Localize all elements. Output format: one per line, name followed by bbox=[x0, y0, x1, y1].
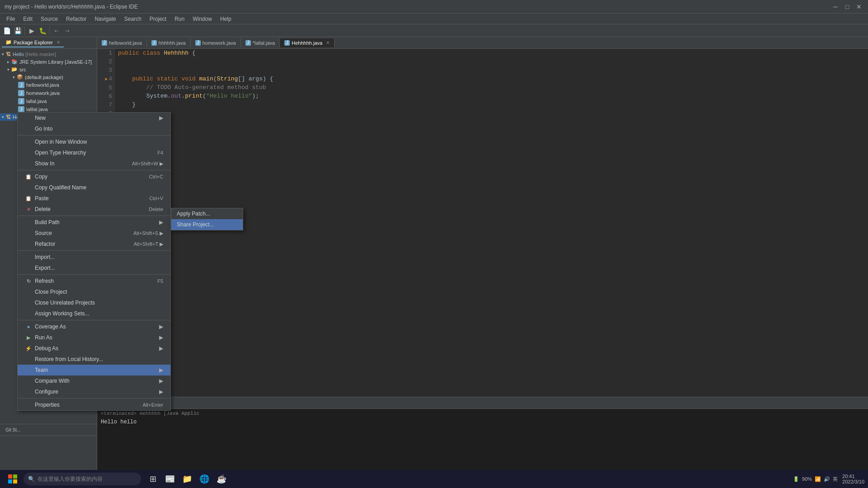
ctx-show-in[interactable]: Show In Alt+Shift+W ▶ bbox=[18, 158, 170, 169]
package-explorer-close[interactable]: ✕ bbox=[57, 40, 60, 45]
tree-item-helloworld[interactable]: J helloworld.java bbox=[0, 81, 97, 89]
ctx-assign-working[interactable]: Assign Working Sets... bbox=[18, 308, 170, 319]
close-button[interactable]: ✕ bbox=[854, 2, 863, 11]
tab-hehhhhh[interactable]: J Hehhhhh.java ✕ bbox=[280, 38, 335, 47]
library-icon: 📚 bbox=[11, 59, 18, 65]
ctx-properties-shortcut: Alt+Enter bbox=[142, 402, 163, 408]
tree-item-lallal[interactable]: J lallal.java bbox=[0, 97, 97, 105]
widgets-icon[interactable]: 📰 bbox=[162, 471, 178, 487]
code-line-8 bbox=[118, 109, 864, 117]
taskbar-icons: ⊞ 📰 📁 🌐 ☕ bbox=[145, 471, 230, 487]
menu-window[interactable]: Window bbox=[189, 15, 216, 23]
tb-new[interactable]: 📄 bbox=[2, 26, 12, 36]
ctx-open-new-window-label: Open in New Window bbox=[35, 139, 87, 145]
java-file-icon: J bbox=[18, 82, 24, 88]
network-icon: 📶 bbox=[815, 476, 821, 482]
export-icon bbox=[25, 264, 32, 272]
menu-refactor[interactable]: Refactor bbox=[62, 15, 90, 23]
ctx-close-unrelated-label: Close Unrelated Projects bbox=[35, 300, 95, 306]
ctx-go-into[interactable]: Go Into bbox=[18, 123, 170, 134]
menu-source[interactable]: Source bbox=[37, 15, 61, 23]
tb-debug[interactable]: 🐛 bbox=[38, 26, 47, 36]
team-share-project[interactable]: Share Project... bbox=[171, 219, 243, 230]
ctx-compare-with[interactable]: Compare With ▶ bbox=[18, 375, 170, 386]
ctx-open-type-hierarchy[interactable]: Open Type Hierarchy F4 bbox=[18, 147, 170, 158]
ctx-delete[interactable]: ✕ Delete Delete bbox=[18, 204, 170, 215]
menu-search[interactable]: Search bbox=[121, 15, 145, 23]
ctx-build-path[interactable]: Build Path ▶ bbox=[18, 217, 170, 228]
menu-project[interactable]: Project bbox=[146, 15, 170, 23]
maximize-button[interactable]: □ bbox=[843, 2, 852, 11]
context-menu: New ▶ Go Into Open in New Window Open Ty… bbox=[17, 112, 171, 411]
ctx-copy-qualified[interactable]: Copy Qualified Name bbox=[18, 182, 170, 193]
ctx-close-unrelated[interactable]: Close Unrelated Projects bbox=[18, 297, 170, 308]
date: 2022/3/10 bbox=[842, 479, 864, 484]
eclipse-icon[interactable]: ☕ bbox=[213, 471, 230, 487]
tree-label: src bbox=[19, 67, 26, 72]
tb-save[interactable]: 💾 bbox=[13, 26, 23, 36]
menu-help[interactable]: Help bbox=[217, 15, 235, 23]
tab-package-explorer[interactable]: 📁 Package Explorer ✕ bbox=[2, 38, 64, 47]
ctx-run-as[interactable]: ▶ Run As ▶ bbox=[18, 332, 170, 343]
ctx-restore-history[interactable]: Restore from Local History... bbox=[18, 354, 170, 365]
code-line-7: } bbox=[118, 100, 864, 109]
properties-icon bbox=[25, 401, 32, 408]
java-icon: J bbox=[151, 40, 157, 46]
ctx-export[interactable]: Export... bbox=[18, 263, 170, 273]
edge-icon[interactable]: 🌐 bbox=[196, 471, 212, 487]
title-text: my project - Hello world/src/Hehhhhh.jav… bbox=[5, 4, 138, 10]
ctx-paste[interactable]: 📋 Paste Ctrl+V bbox=[18, 193, 170, 204]
taskbar-right: 🔋 90% 📶 🔊 英 20:41 2022/3/10 bbox=[793, 474, 864, 484]
tab-git[interactable]: Git St... bbox=[2, 426, 24, 434]
ctx-open-type-hierarchy-shortcut: F4 bbox=[157, 150, 163, 155]
tab-label: Hehhhhh.java bbox=[292, 40, 322, 46]
menu-file[interactable]: File bbox=[3, 15, 19, 23]
tree-item-default-pkg[interactable]: ▾ 📦 (default package) bbox=[0, 73, 97, 81]
ctx-close-project[interactable]: Close Project bbox=[18, 286, 170, 297]
tab-helloworld[interactable]: J helloworld.java bbox=[97, 38, 147, 47]
share-project-label: Share Project... bbox=[177, 221, 214, 228]
tree-item-src[interactable]: ▾ 📂 src bbox=[0, 66, 97, 73]
tab-hhhhhh[interactable]: J hhhhhh.java bbox=[147, 38, 191, 47]
ctx-properties[interactable]: Properties Alt+Enter bbox=[18, 399, 170, 410]
ctx-import[interactable]: Import... bbox=[18, 252, 170, 263]
ctx-source-label: Source bbox=[35, 230, 52, 236]
ctx-team[interactable]: Team ▶ bbox=[18, 365, 170, 375]
team-apply-patch[interactable]: Apply Patch... bbox=[171, 208, 243, 219]
tab-close-hehhhhh[interactable]: ✕ bbox=[326, 40, 330, 45]
team-icon bbox=[25, 366, 32, 374]
tree-item-jre[interactable]: ▸ 📚 JRE System Library [JavaSE-17] bbox=[0, 58, 97, 66]
package-explorer-icon: 📁 bbox=[5, 39, 12, 45]
coverage-arrow: ▶ bbox=[159, 324, 163, 330]
tree-item-hello[interactable]: ▾ 🏗 Hello [Hello master] bbox=[0, 51, 97, 58]
explorer-icon[interactable]: 📁 bbox=[179, 471, 195, 487]
tab-lallal[interactable]: J *lallal.java bbox=[241, 38, 280, 47]
ctx-refactor[interactable]: Refactor Alt+Shift+T ▶ bbox=[18, 239, 170, 249]
copy-qualified-icon bbox=[25, 184, 32, 191]
input-method[interactable]: 英 bbox=[833, 476, 838, 483]
menu-navigate[interactable]: Navigate bbox=[91, 15, 119, 23]
menu-edit[interactable]: Edit bbox=[19, 15, 36, 23]
ctx-open-new-window[interactable]: Open in New Window bbox=[18, 136, 170, 147]
ctx-debug-as[interactable]: ⚡ Debug As ▶ bbox=[18, 343, 170, 354]
ctx-copy[interactable]: 📋 Copy Ctrl+C bbox=[18, 171, 170, 182]
tab-homework[interactable]: J homework.java bbox=[191, 38, 241, 47]
ctx-refresh[interactable]: ↻ Refresh F5 bbox=[18, 276, 170, 286]
minimize-button[interactable]: ─ bbox=[831, 2, 840, 11]
ctx-new[interactable]: New ▶ bbox=[18, 113, 170, 123]
time: 20:41 bbox=[842, 474, 864, 479]
tb-run[interactable]: ▶ bbox=[27, 26, 37, 36]
ctx-copy-shortcut: Ctrl+C bbox=[149, 174, 163, 179]
start-button[interactable] bbox=[4, 472, 22, 486]
taskview-icon[interactable]: ⊞ bbox=[145, 471, 161, 487]
tree-item-homework[interactable]: J homework.java bbox=[0, 89, 97, 97]
tb-forward[interactable]: → bbox=[62, 26, 72, 36]
ctx-source[interactable]: Source Alt+Shift+S ▶ bbox=[18, 228, 170, 239]
ctx-coverage-as[interactable]: ● Coverage As ▶ bbox=[18, 321, 170, 332]
taskbar-search[interactable]: 🔍 在这里输入你要搜索的内容 bbox=[24, 473, 141, 485]
svg-rect-3 bbox=[13, 479, 17, 483]
tree-label: lallal.java bbox=[26, 99, 47, 104]
menu-run[interactable]: Run bbox=[171, 15, 188, 23]
tb-back[interactable]: ← bbox=[52, 26, 61, 36]
ctx-configure[interactable]: Configure ▶ bbox=[18, 386, 170, 397]
